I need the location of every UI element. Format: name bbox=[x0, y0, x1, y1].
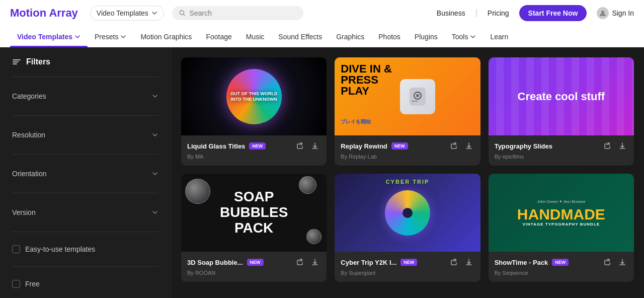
share-icon bbox=[603, 258, 611, 266]
vt-selector-label: Video Templates bbox=[97, 9, 148, 17]
svg-rect-8 bbox=[412, 101, 415, 102]
card-title: Cyber Trip Y2K I... bbox=[341, 259, 396, 266]
sidebar-divider bbox=[12, 154, 158, 155]
download-button[interactable] bbox=[463, 140, 474, 152]
card-thumb: Create cool stuff bbox=[489, 57, 634, 135]
checkbox-box-easy[interactable] bbox=[12, 245, 20, 253]
nav-item-motion-graphics[interactable]: Motion Graphics bbox=[133, 26, 199, 47]
card-author: By epicfilms bbox=[495, 154, 628, 160]
download-button[interactable] bbox=[463, 257, 474, 268]
filter-version[interactable]: Version bbox=[12, 201, 158, 224]
card-liquid-glass-titles: OUT OF THIS WORLDINTO THE UNKNOWN Liquid… bbox=[181, 57, 327, 166]
checkbox-free-label: Free bbox=[25, 280, 40, 288]
badge-new: NEW bbox=[400, 259, 417, 266]
filter-categories[interactable]: Categories bbox=[12, 85, 158, 107]
card-info: Replay Rewind NEW bbox=[335, 135, 480, 166]
download-icon bbox=[618, 258, 626, 266]
chevron-down-icon bbox=[151, 209, 158, 216]
share-button[interactable] bbox=[602, 257, 613, 268]
nav-item-video-templates[interactable]: Video Templates bbox=[10, 26, 88, 47]
business-link[interactable]: Business bbox=[437, 9, 465, 17]
card-thumb: CYBER TRIP bbox=[335, 174, 480, 252]
filters-icon bbox=[12, 57, 21, 66]
nav-item-graphics[interactable]: Graphics bbox=[329, 26, 371, 47]
download-button[interactable] bbox=[309, 140, 320, 152]
nav-item-plugins[interactable]: Plugins bbox=[408, 26, 445, 47]
card-actions bbox=[294, 140, 320, 152]
sidebar-divider bbox=[12, 77, 158, 77]
nav-item-footage[interactable]: Footage bbox=[199, 26, 238, 47]
download-button[interactable] bbox=[617, 257, 628, 268]
bubble-decoration bbox=[185, 179, 210, 204]
chevron-down-icon bbox=[151, 170, 158, 177]
card-actions bbox=[294, 257, 320, 268]
start-free-now-button[interactable]: Start Free Now bbox=[519, 5, 587, 21]
card-info: Liquid Glass Titles NEW bbox=[181, 135, 327, 166]
chevron-down-icon bbox=[151, 93, 158, 100]
card-3d-soap-bubbles: SOAPBUBBLESPACK 3D Soap Bubble... NEW bbox=[181, 174, 327, 282]
nav-item-learn[interactable]: Learn bbox=[483, 26, 515, 47]
chevron-down-icon bbox=[151, 10, 157, 16]
share-button[interactable] bbox=[448, 257, 459, 268]
card-info: Cyber Trip Y2K I... NEW bbox=[335, 252, 480, 282]
download-button[interactable] bbox=[309, 257, 320, 268]
download-icon bbox=[311, 258, 319, 266]
filters-header: Filters bbox=[12, 57, 158, 66]
thumb-text: OUT OF THIS WORLDINTO THE UNKNOWN bbox=[228, 89, 280, 104]
sidebar-divider bbox=[12, 266, 158, 267]
card-typography-slides: Create cool stuff Typography Slides bbox=[489, 57, 634, 166]
nav-item-music[interactable]: Music bbox=[239, 26, 272, 47]
vt-selector[interactable]: Video Templates bbox=[90, 6, 164, 21]
thumb-text: SOAPBUBBLESPACK bbox=[220, 189, 288, 236]
card-title-left: ShowTime - Pack NEW bbox=[495, 259, 598, 266]
filters-label: Filters bbox=[26, 57, 50, 66]
sidebar-divider bbox=[12, 193, 158, 193]
search-input[interactable] bbox=[190, 9, 296, 17]
thumb-authors: John Green ✦ Ann Browne bbox=[537, 199, 585, 204]
search-bar[interactable] bbox=[172, 6, 303, 20]
share-button[interactable] bbox=[448, 140, 459, 152]
pricing-link[interactable]: Pricing bbox=[488, 9, 509, 17]
card-title-left: Liquid Glass Titles NEW bbox=[187, 142, 290, 150]
download-icon bbox=[311, 142, 319, 150]
badge-new: NEW bbox=[249, 142, 266, 150]
card-title-left: 3D Soap Bubble... NEW bbox=[187, 259, 290, 266]
nav-item-presets[interactable]: Presets bbox=[88, 26, 133, 47]
filter-orientation[interactable]: Orientation bbox=[12, 163, 158, 185]
nav-item-sound-effects[interactable]: Sound Effects bbox=[271, 26, 329, 47]
sidebar-divider bbox=[12, 232, 158, 232]
card-actions bbox=[602, 257, 628, 268]
thumb-text: Create cool stuff bbox=[518, 90, 605, 103]
card-showtime-pack: John Green ✦ Ann Browne HANDMADE VINTAGE… bbox=[489, 174, 634, 282]
filter-resolution[interactable]: Resolution bbox=[12, 124, 158, 146]
card-author: By Replay Lab bbox=[341, 154, 474, 160]
card-author: By Seqwence bbox=[495, 270, 628, 276]
thumb-disc-inner bbox=[403, 208, 413, 218]
signin-button[interactable]: Sign In bbox=[597, 7, 634, 19]
chevron-down-icon bbox=[74, 34, 80, 40]
checkbox-easy-to-use[interactable]: Easy-to-use templates bbox=[12, 240, 158, 258]
cards-grid: OUT OF THIS WORLDINTO THE UNKNOWN Liquid… bbox=[181, 57, 634, 282]
card-cyber-trip-y2k: CYBER TRIP Cyber Trip Y2K I... NEW bbox=[335, 174, 480, 282]
download-button[interactable] bbox=[617, 140, 628, 152]
thumb-device bbox=[400, 79, 435, 114]
thumb-main-text: HANDMADE bbox=[517, 207, 605, 222]
checkbox-box-free[interactable] bbox=[12, 280, 20, 288]
nav-item-photos[interactable]: Photos bbox=[371, 26, 408, 47]
nav-item-tools[interactable]: Tools bbox=[445, 26, 484, 47]
card-thumb: OUT OF THIS WORLDINTO THE UNKNOWN bbox=[181, 57, 327, 135]
share-icon bbox=[450, 142, 458, 150]
share-button[interactable] bbox=[294, 257, 305, 268]
share-button[interactable] bbox=[602, 140, 613, 152]
checkbox-free[interactable]: Free bbox=[12, 275, 158, 293]
chevron-down-icon bbox=[151, 131, 158, 138]
signin-label: Sign In bbox=[612, 9, 634, 17]
grid-area: OUT OF THIS WORLDINTO THE UNKNOWN Liquid… bbox=[171, 47, 644, 298]
logo: Motion Array bbox=[10, 7, 78, 20]
card-thumb: DIVE IN &PRESSPLAY プレイを開始 bbox=[335, 57, 480, 135]
card-actions bbox=[448, 257, 474, 268]
share-button[interactable] bbox=[294, 140, 305, 152]
chevron-down-icon bbox=[470, 34, 476, 40]
card-author: By Supergiant bbox=[341, 270, 474, 276]
card-title: Typography Slides bbox=[495, 142, 552, 150]
